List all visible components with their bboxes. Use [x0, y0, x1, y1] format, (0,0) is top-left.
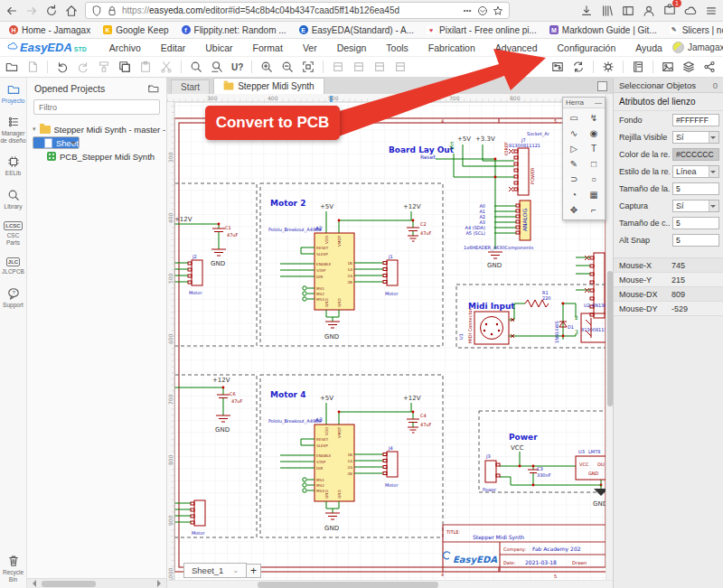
schematic-canvas[interactable]: +5V +12V 47uF ​ RESET SLE	[167, 94, 613, 588]
user-menu[interactable]: Jamagax▾	[672, 42, 723, 53]
tab-start[interactable]: Start	[171, 79, 210, 94]
page-actions-icon[interactable]	[462, 5, 473, 16]
sidebar-item-support[interactable]: Support	[0, 287, 27, 308]
drag-tool-icon[interactable]: ✥	[564, 202, 584, 218]
pocket-icon[interactable]	[477, 5, 488, 16]
sheet-tab[interactable]: Sheet_1⌄	[183, 563, 247, 578]
sidebar-item-proyecto[interactable]: Proyecto	[0, 83, 27, 104]
scroll-right-icon[interactable]	[157, 580, 164, 587]
url-bar[interactable]: https://easyeda.com/editor#id=54c8b4c04b…	[85, 2, 510, 19]
copy-icon[interactable]	[118, 61, 131, 73]
sync-cloud-icon[interactable]	[684, 5, 697, 17]
redo-icon[interactable]	[77, 61, 89, 73]
bom-icon[interactable]	[632, 61, 644, 73]
zoom-in-icon[interactable]	[260, 61, 273, 73]
layers-icon[interactable]	[682, 61, 695, 73]
expand-canvas-icon[interactable]	[597, 81, 607, 91]
scroll-thumb[interactable]	[607, 271, 613, 406]
grid-size-input[interactable]	[672, 182, 719, 195]
canvas-image-tool-icon[interactable]: ▭	[564, 110, 584, 126]
paste-icon[interactable]	[139, 61, 152, 73]
back-icon[interactable]	[5, 5, 18, 17]
forward-icon[interactable]	[25, 5, 38, 17]
grid-setting-icon[interactable]	[332, 61, 344, 73]
canvas-hscrollbar[interactable]	[167, 580, 613, 588]
convert-to-pcb-icon[interactable]	[551, 61, 564, 73]
bookmark-item[interactable]: HHome - Jamagax	[9, 25, 90, 35]
fondo-input[interactable]	[672, 114, 719, 126]
search-icon[interactable]	[190, 61, 202, 73]
sidebar-item-eelib[interactable]: EELib	[0, 155, 27, 176]
units-icon[interactable]: U?	[231, 62, 243, 72]
bookmark-item[interactable]: ✎Slicers | nonplanar.xyz	[670, 25, 723, 35]
rect-tool-icon[interactable]: □	[584, 156, 604, 172]
tree-item-sheet1[interactable]: Sheet_1	[33, 136, 80, 149]
zoom-out-icon[interactable]	[281, 61, 294, 73]
menu-configuracion[interactable]: Configuración	[548, 42, 626, 53]
sidebar-item-library[interactable]: Library	[0, 189, 27, 210]
tree-item-pcb[interactable]: PCB_Stepper Midi Synth	[27, 149, 166, 163]
shield-icon[interactable]	[91, 5, 102, 16]
section-title[interactable]: Atributos del lienzo	[614, 93, 723, 111]
new-document-icon[interactable]	[26, 61, 39, 73]
menu-ayuda[interactable]: Ayuda	[625, 42, 672, 53]
sidebar-item-lcsc-parts[interactable]: LCSCCSC Parts	[0, 221, 27, 246]
menu-format[interactable]: Format	[243, 42, 293, 53]
zoom-fit-icon[interactable]	[302, 61, 315, 73]
bookmark-star-icon[interactable]	[493, 5, 503, 16]
ruler-icon[interactable]	[373, 61, 386, 73]
tree-root-project[interactable]: ▾Stepper Midi Synth - master - (Javi	[27, 122, 166, 136]
sidebar-toggle-icon[interactable]	[622, 5, 634, 17]
circle-point-tool-icon[interactable]: ◉	[584, 126, 604, 141]
share-icon[interactable]	[703, 61, 716, 73]
filter-input[interactable]	[33, 99, 160, 115]
bookmark-item[interactable]: MMarkdown Guide | Git...	[549, 25, 657, 35]
captura-select[interactable]: Sí	[672, 200, 719, 212]
menu-ubicar[interactable]: Ubicar	[195, 42, 242, 53]
bookmark-item[interactable]: ♥Pixilart - Free online pi...	[427, 25, 537, 35]
account-icon[interactable]	[643, 5, 655, 17]
polygon-tool-icon[interactable]: ⊃	[564, 172, 584, 187]
menu-design[interactable]: Design	[327, 42, 377, 53]
update-pcb-icon[interactable]	[572, 61, 585, 73]
image-tool-icon[interactable]: ▦	[584, 187, 604, 202]
design-rule-check-icon[interactable]	[602, 61, 615, 73]
export-image-icon[interactable]	[662, 61, 674, 73]
downloads-icon[interactable]	[580, 5, 593, 17]
grid-color-input[interactable]	[672, 148, 719, 161]
sidebar-item-design-manager[interactable]: Manager de diseño	[0, 116, 27, 144]
search-wire-icon[interactable]	[211, 61, 223, 73]
rejilla-select[interactable]: Sí	[672, 131, 719, 144]
tab-stepper-midi-synth[interactable]: Stepper Midi Synth	[213, 78, 324, 94]
drawing-tools-palette[interactable]: Herra— ▭ ↯ ∿ ◉ ▷ T ✎ □ ⊃ ○ ◔ ▦ ✥	[562, 97, 606, 220]
theme-icon[interactable]	[352, 61, 365, 73]
arrow-tool-icon[interactable]: ▷	[564, 141, 584, 156]
bracket-tool-icon[interactable]: ⌐	[584, 202, 604, 218]
menu-ver[interactable]: Ver	[293, 42, 327, 53]
snap-size-input[interactable]	[672, 217, 719, 229]
sidebar-item-recycle-bin[interactable]: Recycle Bin	[0, 555, 27, 583]
menu-tools[interactable]: Tools	[376, 42, 418, 53]
estilo-select[interactable]: Línea	[672, 165, 719, 178]
undo-icon[interactable]	[56, 61, 69, 73]
easyeda-logo[interactable]: EasyEDASTD	[7, 41, 87, 54]
add-sheet-button[interactable]: +	[247, 564, 261, 578]
arc-tool-icon[interactable]: ∿	[564, 126, 584, 141]
home-icon[interactable]	[65, 5, 78, 17]
menu-advanced[interactable]: Advanced	[485, 42, 548, 53]
ellipse-tool-icon[interactable]: ○	[584, 172, 604, 187]
lock-icon[interactable]	[107, 5, 117, 16]
sidebar-item-jlcpcb[interactable]: JLCJLCPCB	[0, 257, 27, 275]
alt-snap-input[interactable]	[672, 234, 719, 247]
projects-hscrollbar[interactable]	[27, 578, 166, 588]
library-icon[interactable]	[601, 5, 614, 17]
canvas-vscrollbar[interactable]	[606, 94, 613, 580]
visibility-icon[interactable]	[394, 61, 407, 73]
scroll-thumb[interactable]	[258, 582, 438, 588]
scroll-thumb[interactable]	[42, 581, 96, 587]
menu-fabrication[interactable]: Fabrication	[418, 42, 485, 53]
pencil-tool-icon[interactable]: ✎	[564, 156, 584, 172]
project-folder-icon[interactable]	[148, 83, 159, 94]
minimize-icon[interactable]: —	[595, 98, 602, 107]
bookmark-item[interactable]: fFlippity.net: Random ...	[182, 25, 286, 35]
